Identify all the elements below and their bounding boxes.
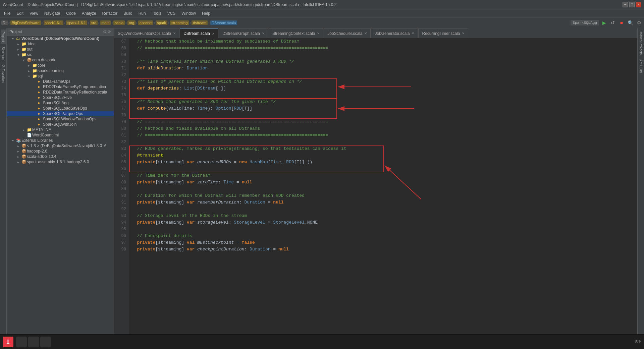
- tab-close5-icon[interactable]: ✕: [412, 32, 414, 35]
- menu-item-analyze[interactable]: Analyze: [79, 10, 99, 16]
- tree-label: SparkSQLLoadSaveOps: [43, 106, 87, 111]
- tab-close-active-icon[interactable]: ✕: [212, 32, 215, 36]
- tab-recurringtimer[interactable]: RecurringTimer.scala ✕: [418, 28, 468, 38]
- tab-streamingctx[interactable]: StreamingContext.scala ✕: [269, 28, 323, 38]
- code-editor[interactable]: 6768697071727374757677787980818283848586…: [114, 38, 637, 341]
- app-window: WordCount - [D:\IdeaProjects\WordCount] …: [0, 0, 644, 349]
- code-content[interactable]: // Methods that should be implemented by…: [129, 38, 637, 341]
- tree-label: hadoop-2.6: [27, 149, 47, 154]
- taskbar-item3[interactable]: [40, 337, 51, 347]
- code-line-72: [132, 72, 637, 78]
- iml-icon: 📄: [27, 133, 32, 137]
- line-num-93: 93: [115, 213, 126, 219]
- line-num-84: 84: [115, 152, 126, 159]
- code-line-93: // Storage level of the RDDs in the stre…: [132, 213, 637, 219]
- run-button[interactable]: ▶: [600, 19, 608, 26]
- tab-close3-icon[interactable]: ✕: [317, 32, 320, 35]
- menu-item-navigate[interactable]: Navigate: [42, 10, 63, 16]
- search-toolbar-button[interactable]: 🔍: [627, 19, 634, 26]
- tab-close4-icon[interactable]: ✕: [364, 32, 367, 35]
- menu-item-window[interactable]: Window: [179, 10, 199, 16]
- run-config-label[interactable]: SparkSQLAgg: [571, 20, 599, 25]
- code-line-86: [132, 166, 637, 172]
- tree-item-wordcount[interactable]: ▾ 🗂 WordCount (D:\IdeaProjects\WordCount…: [7, 36, 114, 41]
- class-icon2: ●: [38, 84, 43, 89]
- menu-item-view[interactable]: View: [27, 10, 41, 16]
- tree-item-sparkasm[interactable]: ▸ 📦 spark-assembly-1.6.1-hadoop2.6.0: [7, 159, 114, 165]
- menu-item-edit[interactable]: Edit: [14, 10, 26, 16]
- tree-item-hadoop[interactable]: ▸ 📦 hadoop-2.6: [7, 149, 114, 154]
- breadcrumb-main: main: [100, 20, 111, 25]
- tree-item-scala[interactable]: ▸ 📦 scala-sdk-2.10.4: [7, 154, 114, 159]
- menu-item-help[interactable]: Help: [199, 10, 213, 16]
- menu-item-code[interactable]: Code: [63, 10, 78, 16]
- tree-item-sql[interactable]: ▾ 📁 sql: [7, 73, 114, 79]
- content-area: Project Structure 2: Favorites Project ⚙…: [0, 28, 644, 341]
- taskbar-item2[interactable]: [28, 337, 39, 347]
- tree-item-sparksqlwindow[interactable]: ● SparkSQLWindowFuntionOps: [7, 116, 114, 122]
- tree-item-iml[interactable]: 📄 WordCount.iml: [7, 132, 114, 138]
- project-tab[interactable]: Project: [1, 30, 6, 44]
- tree-label: SparkSQLWindowFuntionOps: [43, 117, 96, 121]
- tree-item-spark2hive[interactable]: ● SparkSQL2Hive: [7, 95, 114, 100]
- tree-item-idea[interactable]: ▸ 📁 .idea: [7, 41, 114, 47]
- tree-item-sparksqlagg[interactable]: ● SparkSQLAgg: [7, 100, 114, 106]
- line-numbers: 6768697071727374757677787980818283848586…: [114, 38, 129, 341]
- line-num-69: 69: [115, 52, 126, 58]
- line-num-73: 73: [115, 78, 126, 85]
- tab-jobscheduler[interactable]: JobScheduler.scala ✕: [324, 28, 371, 38]
- tree-item-src[interactable]: ▾ 📁 src: [7, 52, 114, 57]
- tab-close6-icon[interactable]: ✕: [462, 32, 465, 35]
- tree-item-sparksqlparquet[interactable]: ● SparkSQLParquetOps: [7, 111, 114, 116]
- stop-button[interactable]: ■: [618, 19, 625, 26]
- favorites-tab[interactable]: 2: Favorites: [1, 63, 6, 84]
- menu-item-file[interactable]: File: [1, 10, 13, 16]
- settings-toolbar-button[interactable]: ⚙: [635, 19, 643, 26]
- tree-item-sparksqlwith[interactable]: ● SparkSQLWithJoin: [7, 122, 114, 127]
- project-header-label: Project: [9, 30, 22, 34]
- tab-jobgenerator[interactable]: JobGenerator.scala ✕: [371, 28, 418, 38]
- code-line-82: [132, 139, 637, 146]
- tree-item-extlibs[interactable]: ▾ 📚 External Libraries: [7, 138, 114, 143]
- maximize-button[interactable]: □: [629, 2, 635, 7]
- menu-item-tools[interactable]: Tools: [149, 10, 164, 16]
- ant-tab[interactable]: Ant Build: [638, 57, 643, 75]
- tree-item-jdk[interactable]: ▸ 📦 < 1.8 > (D:\BigDataSoftware\Java\jdk…: [7, 143, 114, 149]
- tree-item-sparksteaming[interactable]: ▸ 📁 sparksteaming: [7, 68, 114, 73]
- tab-dstream[interactable]: DStream.scala ✕: [180, 28, 218, 38]
- breadcrumb-streaming: streaming: [170, 20, 189, 25]
- menu-item-refactor[interactable]: Refactor: [100, 10, 120, 16]
- tree-label: SparkSQLParquetOps: [43, 111, 83, 116]
- code-line-70: /** Time interval after which the DStrea…: [132, 58, 637, 65]
- breadcrumb: D: › BigDataSoftware › spark1.6.1 › spar…: [1, 20, 569, 25]
- window-controls: — □ ✕: [623, 2, 641, 7]
- tab-close2-icon[interactable]: ✕: [262, 32, 265, 35]
- tree-item-metainf[interactable]: ▸ 📁 META-INF: [7, 127, 114, 132]
- menu-item-vcs[interactable]: VCS: [165, 10, 178, 16]
- tab-sqlwindow[interactable]: SQLWindowFuntionOps.scala ✕: [114, 28, 179, 38]
- extlibs-icon: 📚: [16, 138, 21, 143]
- minimize-button[interactable]: —: [623, 2, 628, 7]
- tree-label: META-INF: [32, 127, 51, 132]
- tree-item-rdd2df[interactable]: ● RDD2DataFrameByProgrammatica: [7, 84, 114, 90]
- maven-tab[interactable]: Maven Projects: [638, 30, 643, 57]
- menu-item-run[interactable]: Run: [136, 10, 149, 16]
- core-folder-icon: 📁: [32, 63, 38, 68]
- breadcrumb-dstream: dstream: [192, 20, 208, 25]
- tree-item-dataframeops[interactable]: ● DataFrameOps: [7, 79, 114, 84]
- structure-tab[interactable]: Structure: [1, 45, 6, 62]
- taskbar-intellij-icon[interactable]: I: [3, 337, 13, 347]
- menu-item-build[interactable]: Build: [121, 10, 135, 16]
- rerun-button[interactable]: ↺: [609, 19, 616, 26]
- tab-dstreamgraph[interactable]: DStreamGraph.scala ✕: [219, 28, 268, 38]
- tree-item-core[interactable]: ▸ 📁 core: [7, 63, 114, 68]
- sql-folder-icon: 📁: [32, 74, 38, 78]
- tree-item-sparksqlload[interactable]: ● SparkSQLLoadSaveOps: [7, 106, 114, 111]
- taskbar-item[interactable]: [16, 337, 27, 347]
- close-button[interactable]: ✕: [636, 2, 641, 7]
- tab-close-icon[interactable]: ✕: [173, 32, 176, 35]
- tree-item-comdt[interactable]: ▾ 📦 com.dt.spark: [7, 57, 114, 63]
- tree-item-rdd2dfr[interactable]: ● RDD2DataFrameByReflection.scala: [7, 90, 114, 95]
- tree-label: .idea: [27, 42, 36, 46]
- tree-item-out[interactable]: ▸ 📁 out: [7, 47, 114, 52]
